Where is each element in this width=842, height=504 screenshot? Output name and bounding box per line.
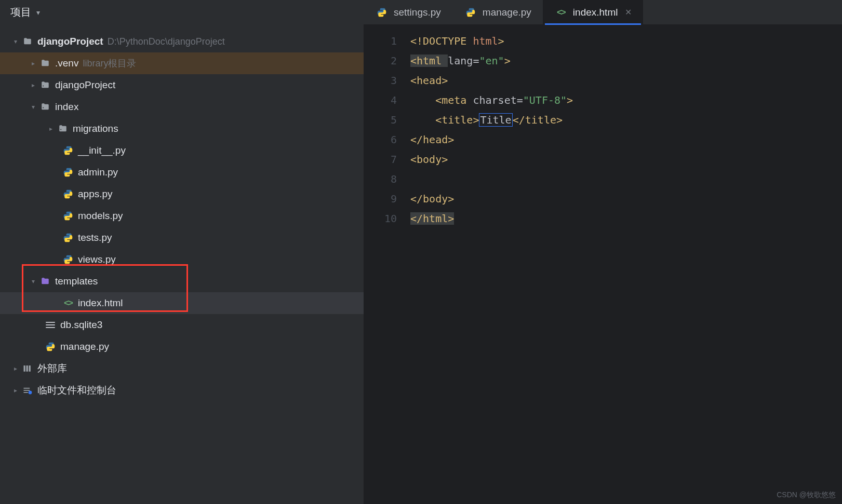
svg-point-1: [43, 107, 44, 108]
views-label: views.py: [78, 254, 116, 265]
chevron-right-icon[interactable]: ▸: [10, 387, 21, 394]
svg-point-0: [43, 86, 44, 87]
editor-pane: settings.py manage.py <> index.html ✕ 12…: [364, 0, 842, 504]
chevron-down-icon[interactable]: ▾: [10, 38, 21, 45]
tree-external-libs[interactable]: ▸ 外部库: [0, 358, 364, 379]
svg-point-9: [29, 391, 32, 394]
chevron-right-icon[interactable]: ▸: [28, 81, 38, 89]
models-label: models.py: [78, 210, 123, 222]
project-name: djangoProject: [37, 36, 103, 47]
tree-migrations[interactable]: ▸ migrations: [0, 118, 364, 140]
external-label: 外部库: [37, 362, 67, 375]
tree-djangoProject-pkg[interactable]: ▸ djangoProject: [0, 74, 364, 96]
code-content[interactable]: <!DOCTYPE html> <html lang="en"> <head> …: [405, 31, 842, 504]
tests-label: tests.py: [78, 232, 112, 243]
templates-folder-icon: [38, 277, 52, 286]
folder-icon: [21, 37, 34, 46]
python-file-icon: [375, 7, 389, 18]
project-sidebar: 项目 ▾ ▾ djangoProject D:\PythonDoc\django…: [0, 0, 364, 504]
python-file-icon: [61, 145, 75, 156]
tree-templates[interactable]: ▾ templates: [0, 270, 364, 292]
scratch-console-icon: [21, 385, 34, 396]
init-label: __init__.py: [78, 145, 126, 156]
python-file-icon: [44, 342, 57, 352]
tab-label: index.html: [573, 7, 618, 18]
html-file-icon: <>: [554, 7, 568, 18]
tab-settings[interactable]: settings.py: [364, 0, 452, 24]
database-file-icon: [44, 322, 57, 328]
chevron-down-icon: ▾: [36, 8, 40, 17]
apps-label: apps.py: [78, 188, 113, 200]
python-file-icon: [61, 211, 75, 221]
db-label: db.sqlite3: [60, 319, 102, 331]
tree-file-models[interactable]: models.py: [0, 205, 364, 227]
library-icon: [21, 363, 34, 374]
tree-index-pkg[interactable]: ▾ index: [0, 96, 364, 118]
index-html-label: index.html: [78, 297, 123, 309]
tab-label: manage.py: [483, 7, 531, 18]
python-file-icon: [61, 167, 75, 178]
scratch-label: 临时文件和控制台: [37, 384, 116, 397]
venv-note: library根目录: [83, 57, 136, 70]
migrations-label: migrations: [73, 123, 118, 134]
svg-rect-3: [24, 365, 25, 372]
tree-file-admin[interactable]: admin.py: [0, 161, 364, 183]
chevron-right-icon[interactable]: ▸: [10, 365, 21, 372]
tab-index-html[interactable]: <> index.html ✕: [543, 0, 644, 24]
gutter: 12345678910: [364, 31, 405, 504]
tree-file-tests[interactable]: tests.py: [0, 227, 364, 249]
chevron-down-icon[interactable]: ▾: [28, 103, 38, 111]
code-editor[interactable]: 12345678910 <!DOCTYPE html> <html lang="…: [364, 25, 842, 504]
python-file-icon: [61, 233, 75, 243]
svg-rect-7: [24, 390, 30, 391]
tree-file-db[interactable]: db.sqlite3: [0, 314, 364, 336]
package-folder-icon: [38, 80, 52, 90]
svg-rect-4: [26, 365, 28, 372]
project-tree: ▾ djangoProject D:\PythonDoc\djangoProje…: [0, 26, 364, 401]
tab-label: settings.py: [394, 7, 441, 18]
djangoProject-pkg-label: djangoProject: [55, 79, 115, 91]
venv-label: .venv: [55, 58, 78, 69]
tree-root-project[interactable]: ▾ djangoProject D:\PythonDoc\djangoProje…: [0, 31, 364, 52]
chevron-right-icon[interactable]: ▸: [46, 125, 56, 132]
svg-rect-5: [29, 365, 31, 372]
watermark: CSDN @牧歌悠悠: [777, 491, 836, 500]
project-header[interactable]: 项目 ▾: [0, 0, 364, 26]
close-icon[interactable]: ✕: [625, 7, 632, 17]
manage-label: manage.py: [60, 341, 109, 352]
tree-file-index-html[interactable]: <> index.html: [0, 292, 364, 314]
python-file-icon: [464, 7, 477, 18]
project-tool-title: 项目: [10, 5, 31, 19]
index-label: index: [55, 101, 78, 113]
tree-file-apps[interactable]: apps.py: [0, 183, 364, 205]
templates-label: templates: [55, 276, 98, 287]
chevron-down-icon[interactable]: ▾: [28, 278, 38, 285]
tree-scratches[interactable]: ▸ 临时文件和控制台: [0, 379, 364, 401]
python-file-icon: [61, 254, 75, 265]
chevron-right-icon[interactable]: ▸: [28, 60, 38, 67]
tree-venv[interactable]: ▸ .venv library根目录: [0, 52, 364, 74]
python-file-icon: [61, 189, 75, 199]
package-folder-icon: [56, 124, 70, 133]
folder-icon: [38, 59, 52, 68]
tree-file-manage[interactable]: manage.py: [0, 336, 364, 358]
project-path: D:\PythonDoc\djangoProject: [108, 36, 225, 47]
tab-manage[interactable]: manage.py: [452, 0, 543, 24]
tree-file-init[interactable]: __init__.py: [0, 140, 364, 161]
svg-point-2: [60, 129, 61, 130]
editor-tabs: settings.py manage.py <> index.html ✕: [364, 0, 842, 25]
html-file-icon: <>: [61, 298, 75, 308]
package-folder-icon: [38, 102, 52, 112]
admin-label: admin.py: [78, 167, 118, 178]
svg-rect-8: [24, 392, 28, 393]
tree-file-views[interactable]: views.py: [0, 249, 364, 270]
svg-rect-6: [24, 388, 30, 389]
